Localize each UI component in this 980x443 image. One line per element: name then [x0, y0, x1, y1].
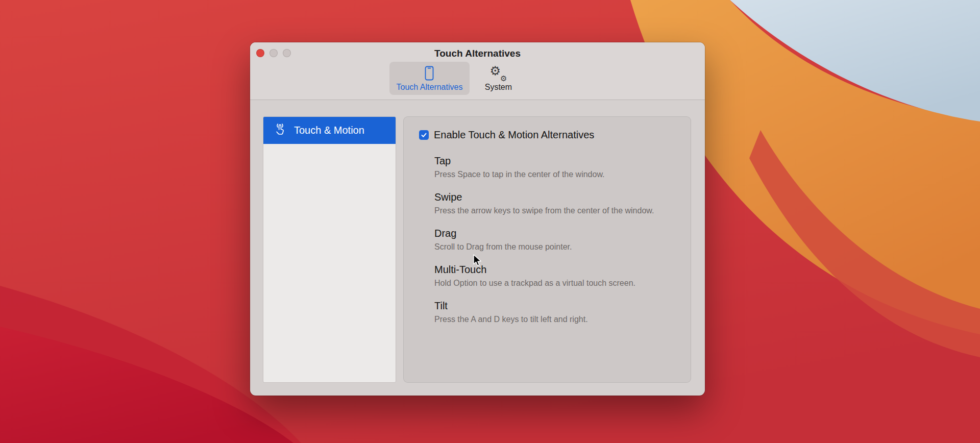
feature-title: Tap — [434, 155, 678, 167]
feature-list: Tap Press Space to tap in the center of … — [434, 155, 678, 324]
toolbar: Touch Alternatives ⚙⚙ System — [250, 62, 660, 95]
feature-title: Multi-Touch — [434, 263, 678, 276]
feature-multi-touch: Multi-Touch Hold Option to use a trackpa… — [434, 263, 678, 288]
feature-description: Press the arrow keys to swipe from the c… — [434, 206, 678, 215]
feature-description: Press Space to tap in the center of the … — [434, 169, 678, 179]
touch-tap-icon — [274, 122, 287, 138]
feature-description: Hold Option to use a trackpad as a virtu… — [434, 278, 678, 288]
close-button[interactable] — [256, 49, 264, 57]
feature-title: Swipe — [434, 191, 678, 203]
window-header: Touch Alternatives Touch Alternatives ⚙⚙… — [250, 42, 705, 100]
feature-title: Tilt — [434, 300, 678, 312]
window-content: Touch & Motion Enable Touch & Motion Alt… — [250, 101, 705, 396]
zoom-button[interactable] — [283, 49, 291, 57]
feature-description: Press the A and D keys to tilt left and … — [434, 314, 678, 324]
feature-swipe: Swipe Press the arrow keys to swipe from… — [434, 191, 678, 215]
tab-label: System — [485, 83, 512, 92]
feature-title: Drag — [434, 227, 678, 239]
tab-touch-alternatives[interactable]: Touch Alternatives — [389, 62, 470, 95]
settings-panel: Enable Touch & Motion Alternatives Tap P… — [403, 116, 691, 383]
window-title: Touch Alternatives — [250, 42, 705, 59]
feature-description: Scroll to Drag from the mouse pointer. — [434, 242, 678, 252]
traffic-lights — [256, 49, 291, 57]
gears-icon: ⚙⚙ — [489, 65, 507, 81]
enable-checkbox-row[interactable]: Enable Touch & Motion Alternatives — [419, 129, 678, 141]
touch-alternatives-window: Touch Alternatives Touch Alternatives ⚙⚙… — [250, 42, 705, 396]
enable-checkbox-label: Enable Touch & Motion Alternatives — [434, 129, 594, 141]
tab-label: Touch Alternatives — [397, 83, 463, 92]
sidebar: Touch & Motion — [263, 116, 396, 383]
feature-tilt: Tilt Press the A and D keys to tilt left… — [434, 300, 678, 324]
minimize-button[interactable] — [270, 49, 278, 57]
sidebar-item-label: Touch & Motion — [294, 125, 364, 136]
sidebar-item-touch-and-motion[interactable]: Touch & Motion — [263, 117, 396, 144]
checkmark-icon — [421, 132, 427, 138]
phone-icon — [425, 65, 434, 81]
feature-tap: Tap Press Space to tap in the center of … — [434, 155, 678, 179]
feature-drag: Drag Scroll to Drag from the mouse point… — [434, 227, 678, 252]
tab-system[interactable]: ⚙⚙ System — [476, 62, 521, 95]
enable-checkbox[interactable] — [419, 130, 429, 140]
